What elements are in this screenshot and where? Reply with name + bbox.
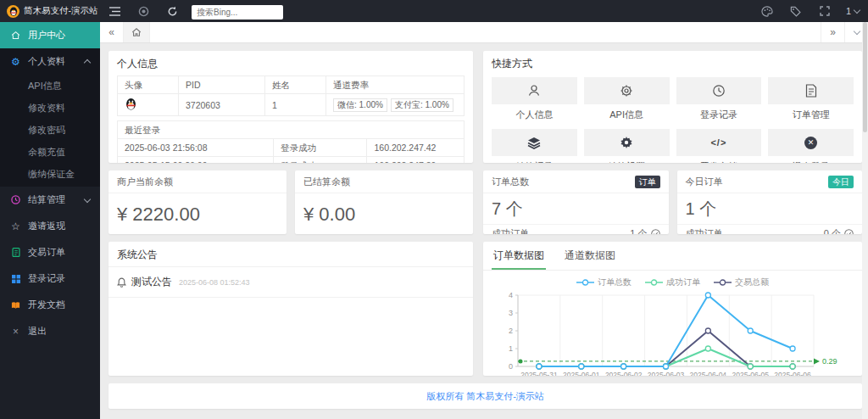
fullscreen-icon[interactable] xyxy=(810,0,839,22)
tab-channel-data[interactable]: 通道数据图 xyxy=(563,242,617,270)
app-title: 简木易支付-演示站 xyxy=(24,5,98,17)
shortcut-order-manage[interactable]: 订单管理 xyxy=(768,77,854,121)
legend-item[interactable]: 交易总额 xyxy=(714,277,769,288)
login-time: 2025-06-03 21:56:08 xyxy=(118,139,274,157)
shortcut-settle-settings[interactable]: 结算设置 xyxy=(584,129,670,163)
chevron-down-icon xyxy=(84,195,91,202)
logo-penguin-icon xyxy=(7,5,19,18)
shortcut-logout[interactable]: ✕ 退出登录 xyxy=(768,129,854,163)
bell-icon xyxy=(117,277,126,288)
gear-icon xyxy=(620,84,633,98)
notice-card-title: 系统公告 xyxy=(108,242,473,267)
login-ip: 160.202.247.42 xyxy=(367,139,465,157)
sidebar-item-user-center[interactable]: 用户中心 xyxy=(0,22,100,48)
user-name: 1 xyxy=(846,6,851,16)
app-logo[interactable]: 简木易支付-演示站 xyxy=(0,5,100,18)
sidebar-item-recharge[interactable]: 余额充值 xyxy=(0,141,100,163)
chart-legend: 订单总数成功订单交易总额 xyxy=(483,271,862,288)
total-orders-card: 订单总数 订单 7 个 成功订单 1 个 xyxy=(483,170,669,234)
success-orders-label: 成功订单 xyxy=(686,227,723,234)
shortcut-profile[interactable]: 个人信息 xyxy=(492,77,577,121)
settled-card-title: 已结算余额 xyxy=(303,176,350,188)
shortcut-api-info[interactable]: API信息 xyxy=(584,77,670,121)
sidebar-item-docs[interactable]: 开发文档 xyxy=(0,292,100,318)
refresh-icon[interactable] xyxy=(158,0,186,22)
today-badge: 今日 xyxy=(828,176,854,188)
svg-text:3: 3 xyxy=(509,309,513,317)
page-scrollbar[interactable] xyxy=(862,22,868,419)
legend-item[interactable]: 订单总数 xyxy=(576,277,632,288)
scrollbar-thumb[interactable] xyxy=(863,22,867,132)
shortcuts-card: 快捷方式 个人信息 API信息 登录记录 xyxy=(483,51,862,163)
success-orders-value: 0 个 xyxy=(824,227,841,234)
sidebar-item-api-info[interactable]: API信息 xyxy=(0,75,100,97)
chart-tabs: 订单数据图 通道数据图 xyxy=(483,242,862,271)
col-header-pid: PID xyxy=(179,76,265,94)
sidebar-item-profile[interactable]: ⚙ 个人资料 xyxy=(0,48,100,75)
sidebar-item-invite[interactable]: ☆ 邀请返现 xyxy=(0,213,100,239)
person-icon xyxy=(527,84,541,98)
profile-card: 个人信息 头像 PID 姓名 通道费率 3720603 1 xyxy=(108,51,473,163)
home-tab[interactable] xyxy=(124,22,150,42)
shortcuts-card-title: 快捷方式 xyxy=(483,51,862,75)
balance-card-title: 商户当前余额 xyxy=(117,176,173,188)
login-status: 登录成功 xyxy=(274,139,367,157)
main-content: 个人信息 头像 PID 姓名 通道费率 3720603 1 xyxy=(100,43,862,419)
collapse-menu-icon[interactable] xyxy=(100,0,129,22)
today-orders-value: 1 个 xyxy=(677,193,863,221)
logout-icon: ✕ xyxy=(804,137,817,149)
svg-text:0: 0 xyxy=(509,362,513,371)
sidebar-item-change-password[interactable]: 修改密码 xyxy=(0,119,100,141)
settled-value: ¥ 0.00 xyxy=(295,193,473,226)
star-icon: ☆ xyxy=(10,221,21,232)
globe-icon[interactable] xyxy=(129,0,158,22)
document-icon xyxy=(805,84,817,98)
tag-icon[interactable] xyxy=(782,0,810,22)
notice-time: 2025-06-08 01:52:43 xyxy=(179,278,250,287)
copyright-link[interactable]: 版权所有 简木易支付-演示站 xyxy=(426,390,544,403)
alipay-rate-badge: 支付宝: 1.00% xyxy=(391,98,453,112)
tab-order-data[interactable]: 订单数据图 xyxy=(492,242,546,270)
sidebar-item-login-log[interactable]: 登录记录 xyxy=(0,265,100,292)
gear-icon: ⚙ xyxy=(10,57,21,67)
success-orders-label: 成功订单 xyxy=(492,227,529,234)
svg-text:0.29: 0.29 xyxy=(822,357,837,366)
svg-text:2025-05-31: 2025-05-31 xyxy=(520,371,558,376)
tabs-scroll-right-button[interactable]: » xyxy=(821,22,844,42)
table-row: 3720603 1 微信: 1.00%支付宝: 1.00% xyxy=(118,94,465,116)
sidebar-item-label: 邀请返现 xyxy=(28,220,65,232)
login-time: 2025-05-15 00:26:09 xyxy=(118,157,274,164)
check-circle-icon xyxy=(844,229,854,234)
rate-cell: 微信: 1.00%支付宝: 1.00% xyxy=(326,94,465,116)
tabs-scroll-left-button[interactable]: « xyxy=(100,22,124,42)
sidebar-nav: 用户中心 ⚙ 个人资料 API信息 修改资料 修改密码 余额充值 缴纳保证金 结… xyxy=(0,22,100,419)
sidebar-item-label: 个人资料 xyxy=(28,55,65,68)
home-icon xyxy=(131,27,142,37)
clock-icon xyxy=(712,84,726,98)
grid-icon xyxy=(10,275,21,283)
theme-palette-icon[interactable] xyxy=(753,0,782,22)
code-icon: </> xyxy=(710,137,726,148)
notice-card: 系统公告 测试公告 2025-06-08 01:52:43 xyxy=(108,242,473,376)
notice-item[interactable]: 测试公告 2025-06-08 01:52:43 xyxy=(108,267,473,298)
sidebar-item-edit-profile[interactable]: 修改资料 xyxy=(0,97,100,119)
svg-text:2: 2 xyxy=(509,327,513,335)
today-orders-card: 今日订单 今日 1 个 成功订单 0 个 xyxy=(677,170,863,234)
svg-text:2025-06-01: 2025-06-01 xyxy=(563,371,600,376)
notice-text: 测试公告 xyxy=(131,275,172,289)
login-status: 登录成功 xyxy=(274,157,367,164)
sidebar-item-logout[interactable]: × 退出 xyxy=(0,318,100,344)
sidebar-item-orders[interactable]: 交易订单 xyxy=(0,239,100,265)
search-input[interactable] xyxy=(192,5,283,20)
svg-text:2025-06-04: 2025-06-04 xyxy=(690,371,727,376)
shortcut-settle-log[interactable]: 结算记录 xyxy=(492,129,577,163)
legend-item[interactable]: 成功订单 xyxy=(645,277,700,288)
sidebar-item-deposit[interactable]: 缴纳保证金 xyxy=(0,163,100,185)
shortcut-dev-docs[interactable]: </> 开发文档 xyxy=(676,129,762,163)
col-header-rate: 通道费率 xyxy=(326,76,465,94)
gear-filled-icon xyxy=(620,136,633,149)
sidebar-item-settlement[interactable]: 结算管理 xyxy=(0,187,100,213)
col-header-name: 姓名 xyxy=(265,76,326,94)
shortcut-login-log[interactable]: 登录记录 xyxy=(676,77,762,121)
user-menu[interactable]: 1 xyxy=(846,6,860,16)
